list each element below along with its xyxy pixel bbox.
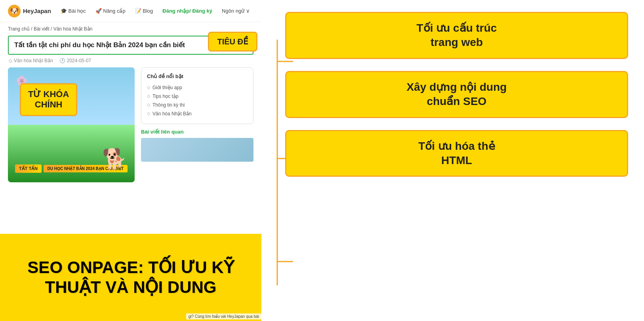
bottom-banner-text: SEO ONPAGE: TỐI ƯU KỸ THUẬT VÀ NỘI DUNG (27, 258, 234, 298)
article-meta: ◇ Văn hóa Nhật Bản 🕐 2024-05-07 (8, 58, 253, 63)
language-label: Ngôn ngữ ∨ (222, 8, 250, 14)
topic-item-4[interactable]: ◇ Văn hóa Nhật Bản (147, 109, 248, 118)
nav-login[interactable]: Đăng nhập/ Đăng ký (162, 8, 212, 14)
annotation-box-1: Tối ưu cấu trúctrang web (285, 12, 628, 59)
topic-item-3[interactable]: ◇ Thông tin kỳ thi (147, 101, 248, 109)
nav-item-blog[interactable]: 📝 Blog (135, 8, 153, 14)
logo-text: HeyJapan (23, 8, 51, 14)
annotation-box-3: Tối ưu hóa thẻHTML (285, 130, 628, 177)
topic-icon-1: ◇ (147, 85, 150, 90)
nangcap-label: 🚀 Nâng cấp (95, 8, 126, 14)
nav-language[interactable]: Ngôn ngữ ∨ (222, 8, 250, 14)
login-label: Đăng nhập/ Đăng ký (162, 8, 212, 14)
related-thumbnail[interactable] (141, 138, 253, 162)
blog-label: 📝 Blog (135, 8, 153, 14)
topic-item[interactable]: ◇ Giới thiệu app (147, 83, 248, 92)
topics-box: Chủ đề nổi bật ◇ Giới thiệu app ◇ Tips h… (141, 67, 253, 124)
right-panel: Tối ưu cấu trúctrang web Xây dựng nội du… (261, 0, 644, 321)
annotation-text-1: Tối ưu cấu trúctrang web (417, 22, 497, 48)
related-section: Bài viết liên quan (141, 129, 253, 162)
annotation-text-2: Xây dựng nội dungchuẩn SEO (407, 81, 507, 107)
annotation-boxes: Tối ưu cấu trúctrang web Xây dựng nội du… (285, 12, 628, 177)
topic-icon-4: ◇ (147, 111, 150, 116)
nav-logo[interactable]: 🐶 HeyJapan (8, 5, 51, 17)
sidebar-widget: Chủ đề nổi bật ◇ Giới thiệu app ◇ Tips h… (141, 67, 253, 182)
topic-label-1: Giới thiệu app (152, 85, 182, 90)
article-area: Tất tần tật chi phí du học Nhật Bản 2024… (0, 36, 261, 182)
topic-label-2: Tips học tập (152, 94, 179, 99)
tu-khoa-label: TỪ KHÓACHÍNH (20, 83, 77, 116)
topic-label-4: Văn hóa Nhật Bản (152, 111, 192, 117)
annotation-text-3: Tối ưu hóa thẻHTML (418, 140, 495, 166)
logo-icon: 🐶 (8, 5, 21, 17)
breadcrumb-home[interactable]: Trang chủ (8, 26, 30, 32)
topic-label-3: Thông tin kỳ thi (152, 102, 185, 108)
breadcrumb-baiviet[interactable]: Bài viết (34, 26, 50, 32)
tieu-de-label: TIÊU ĐỀ (208, 32, 257, 52)
topic-icon-3: ◇ (147, 102, 150, 107)
nav-item-nangcap[interactable]: 🚀 Nâng cấp (95, 8, 126, 14)
article-date: 🕐 2024-05-07 (59, 58, 91, 63)
topic-icon-2: ◇ (147, 94, 150, 99)
bottom-caption: gi? Cùng tìm hiểu với HeyJapan qua bài (186, 313, 261, 319)
mascot-character: 🐕 (102, 147, 127, 170)
bottom-banner: SEO ONPAGE: TỐI ƯU KỸ THUẬT VÀ NỘI DUNG … (0, 234, 261, 321)
nav-bar: 🐶 HeyJapan 🎓 Bài học 🚀 Nâng cấp 📝 Blog Đ… (0, 0, 261, 22)
topics-title: Chủ đề nổi bật (147, 73, 248, 79)
left-panel: 🐶 HeyJapan 🎓 Bài học 🚀 Nâng cấp 📝 Blog Đ… (0, 0, 261, 321)
content-row: 🌸 TẤT TẤN DU HỌC NHẬT BẢN 2024 BẠN CẦN B… (8, 67, 253, 182)
nav-item-baihoc[interactable]: 🎓 Bài học (61, 8, 86, 14)
article-category: ◇ Văn hóa Nhật Bản (9, 58, 53, 63)
related-title: Bài viết liên quan (141, 129, 253, 135)
article-thumbnail: 🌸 TẤT TẤN DU HỌC NHẬT BẢN 2024 BẠN CẦN B… (8, 67, 135, 182)
topic-item-2[interactable]: ◇ Tips học tập (147, 92, 248, 101)
breadcrumb-category[interactable]: Văn hóa Nhật Bản (53, 26, 93, 32)
baihoc-label: 🎓 Bài học (61, 8, 86, 14)
annotation-box-2: Xây dựng nội dungchuẩn SEO (285, 71, 628, 118)
